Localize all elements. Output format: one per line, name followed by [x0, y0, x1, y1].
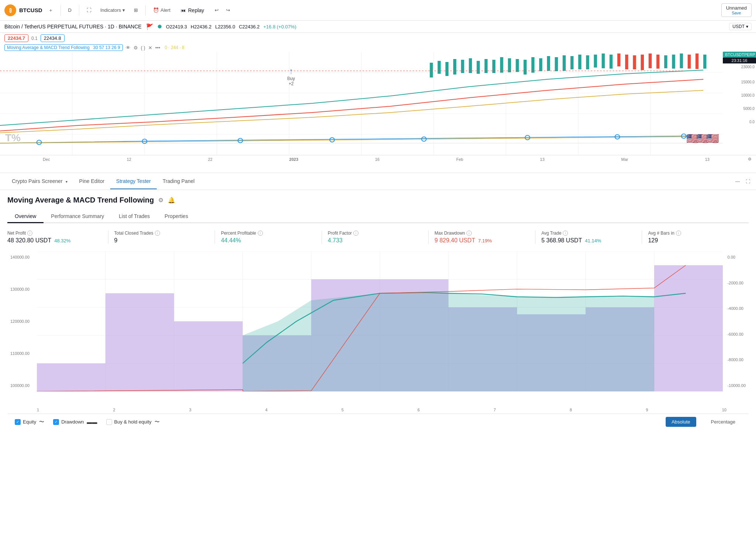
chart-type-button[interactable]: ⛶: [84, 6, 94, 14]
stat-avg-trade-info[interactable]: i: [563, 231, 568, 236]
percentage-button[interactable]: Percentage: [705, 417, 742, 427]
unnamed-label: Unnamed: [726, 5, 747, 11]
replay-label: Replay: [188, 7, 204, 13]
currency-dropdown-arrow: ▾: [746, 24, 748, 29]
tab-trading-panel[interactable]: Trading Panel: [157, 174, 201, 189]
sub-tab-overview[interactable]: Overview: [7, 210, 44, 223]
undo-button[interactable]: ↩: [212, 6, 222, 14]
stat-total-closed-info[interactable]: i: [155, 231, 160, 236]
chart-canvas: ↑ Buy +2: [0, 52, 756, 155]
svg-rect-76: [174, 321, 243, 391]
unnamed-button[interactable]: Unnamed Save: [721, 3, 752, 17]
replay-button[interactable]: ⏮ Replay: [176, 6, 209, 15]
timeframe-label: D: [68, 7, 72, 13]
redo-button[interactable]: ↪: [223, 6, 233, 14]
chart-area: 22434.7 0.1 22434.8 Moving Average & MAC…: [0, 33, 756, 173]
price-axis: BTCUSDTPERP 23:31:16 23000.0 15000.0 100…: [723, 52, 756, 124]
indicator-settings-icon[interactable]: ⚙: [133, 45, 138, 51]
tab-pine-editor[interactable]: Pine Editor: [73, 174, 110, 189]
ask-price[interactable]: 22434.8: [41, 34, 65, 42]
equity-chart-icon: 〜: [39, 419, 44, 425]
chart-header: Bitcoin / TetherUS PERPETUAL FUTURES · 1…: [0, 21, 756, 33]
equity-checkbox[interactable]: ✓: [15, 419, 21, 425]
price-0: 0.0: [723, 120, 756, 124]
indicator-visibility-icon[interactable]: 👁: [126, 45, 131, 51]
x-8: 8: [570, 408, 572, 412]
stat-total-closed-label: Total Closed Trades i: [114, 231, 209, 236]
stat-percent-profitable-info[interactable]: i: [258, 231, 263, 236]
currency-dropdown[interactable]: USDT ▾: [729, 23, 752, 30]
indicators-label: Indicators: [100, 7, 121, 13]
strategy-settings-icon[interactable]: ⚙: [158, 197, 163, 204]
x-9: 9: [646, 408, 648, 412]
layout-button[interactable]: ⊞: [131, 6, 141, 14]
stat-profit-factor-info[interactable]: i: [353, 231, 358, 236]
y-right-10000: -10000.00: [727, 383, 746, 388]
indicator-more-icon[interactable]: •••: [155, 45, 160, 51]
indicator-close-icon[interactable]: ✕: [148, 45, 152, 51]
y-right-0: 0.00: [727, 255, 746, 259]
indicator-label-box: Moving Average & MACD Trend Following 30…: [4, 44, 123, 51]
x-1: 1: [37, 408, 39, 412]
stat-net-profit-value: 48 320.80 USDT: [7, 237, 51, 244]
strategy-alert-icon[interactable]: 🔔: [168, 197, 175, 204]
indicators-button[interactable]: Indicators ▾: [97, 6, 128, 14]
x-7: 7: [493, 408, 496, 412]
buy-hold-checkbox[interactable]: [106, 419, 112, 425]
x-3: 3: [189, 408, 191, 412]
flag-icon: 🚩: [146, 23, 153, 30]
price-10000: 10000.0: [723, 93, 756, 97]
y-right-4000: -4000.00: [727, 306, 746, 311]
y-110000: 110000.00: [10, 351, 30, 356]
tab-controls: — ⛶: [735, 179, 750, 184]
stat-net-profit-info[interactable]: i: [27, 231, 32, 236]
y-100000: 100000.00: [10, 383, 30, 388]
chart-title: Bitcoin / TetherUS PERPETUAL FUTURES · 1…: [4, 24, 142, 30]
alert-button[interactable]: ⏰ Alert: [150, 6, 173, 14]
y-axis-right: 0.00 -2000.00 -4000.00 -6000.00 -8000.00…: [724, 251, 749, 391]
svg-rect-16: [453, 59, 456, 75]
legend-buy-hold: Buy & hold equity 〜: [106, 419, 160, 425]
time-13b: 13: [705, 157, 710, 162]
time-badge: 23:31:16: [723, 58, 756, 63]
svg-rect-83: [654, 265, 723, 391]
stat-percent-profitable: Percent Profitable i 44.44%: [215, 231, 322, 244]
bid-price[interactable]: 22434.7: [4, 34, 28, 42]
add-symbol-button[interactable]: ＋: [45, 6, 56, 15]
stat-net-profit-pct: 48.32%: [54, 238, 70, 243]
legend-equity: ✓ Equity 〜: [15, 419, 44, 425]
time-22: 22: [208, 157, 212, 162]
stat-max-drawdown: Max Drawdown i 9 829.40 USDT 7.19%: [429, 231, 535, 244]
minimize-button[interactable]: —: [735, 179, 740, 184]
y-right-2000: -2000.00: [727, 281, 746, 285]
tab-crypto-pairs-screener[interactable]: Crypto Pairs Screener ▾: [6, 174, 73, 189]
replay-icon: ⏮: [181, 7, 186, 13]
indicator-code-icon[interactable]: { }: [141, 45, 145, 51]
performance-chart-svg: [37, 251, 723, 391]
buy-hold-label: Buy & hold equity: [114, 419, 152, 425]
save-label: Save: [732, 11, 741, 15]
sub-tab-list-of-trades[interactable]: List of Trades: [111, 210, 157, 223]
absolute-button[interactable]: Absolute: [666, 417, 696, 427]
drawdown-checkbox[interactable]: ✓: [53, 419, 59, 425]
stat-avg-bars-info[interactable]: i: [676, 231, 681, 236]
stat-profit-factor-value: 4.733: [328, 237, 343, 243]
svg-point-52: [238, 138, 243, 143]
tab-strategy-tester[interactable]: Strategy Tester: [110, 174, 157, 189]
sub-tab-performance-summary[interactable]: Performance Summary: [44, 210, 111, 223]
x-axis: 1 2 3 4 5 6 7 8 9 10: [7, 406, 749, 414]
sub-tab-properties[interactable]: Properties: [157, 210, 195, 223]
svg-rect-36: [610, 55, 613, 69]
time-settings-icon[interactable]: ⚙: [748, 157, 752, 162]
btc-logo-icon: ₿: [4, 4, 16, 16]
stat-max-drawdown-info[interactable]: i: [467, 231, 472, 236]
svg-rect-38: [625, 55, 628, 69]
svg-rect-45: [680, 53, 683, 68]
timeframe-button[interactable]: D: [65, 6, 74, 14]
symbol-name[interactable]: BTCUSD: [19, 7, 42, 13]
svg-rect-30: [563, 55, 566, 71]
time-dec: Dec: [43, 157, 50, 162]
maximize-button[interactable]: ⛶: [746, 179, 750, 184]
time-mar: Mar: [621, 157, 628, 162]
stat-max-drawdown-pct: 7.19%: [478, 238, 492, 243]
